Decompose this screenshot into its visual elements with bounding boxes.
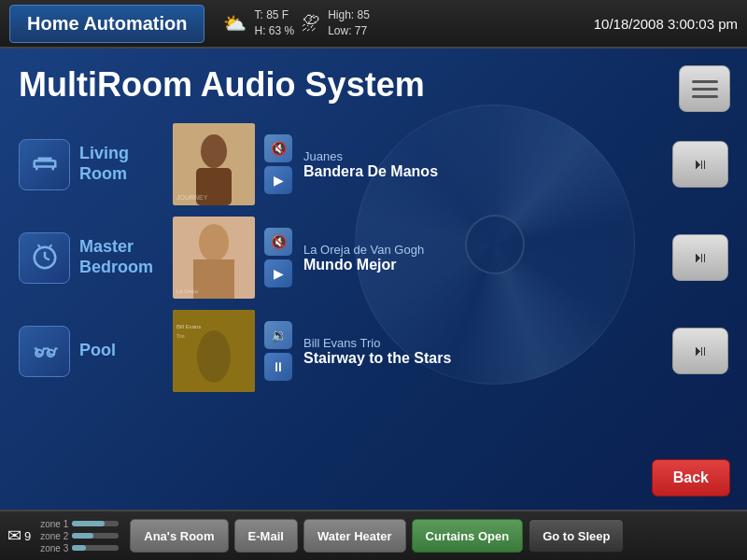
master-bedroom-track-info: La Oreja de Van Gogh Mundo Mejor [292, 243, 672, 273]
svg-line-6 [45, 258, 49, 260]
master-bedroom-controls: 🔇 ▶ [264, 228, 292, 287]
menu-button[interactable] [679, 65, 730, 112]
email-button[interactable]: E-Mail [234, 519, 298, 553]
zone-block: zone 1 zone 2 zone 3 [40, 519, 119, 553]
master-bedroom-mute-button[interactable]: 🔇 [264, 228, 292, 256]
master-bedroom-play-pause-button[interactable]: ⏯ [672, 234, 728, 281]
album-art-svg: JOURNEY [173, 123, 255, 205]
zone-3-row: zone 3 [40, 543, 119, 553]
mail-block: ✉ 9 [7, 525, 31, 546]
zone-2-row: zone 2 [40, 531, 119, 541]
weather-sun-icon: ⛅ [223, 12, 247, 35]
svg-text:JOURNEY: JOURNEY [176, 194, 208, 201]
svg-point-17 [197, 330, 231, 383]
weather-temp-humidity: T: 85 F H: 63 % [254, 7, 294, 39]
living-room-play-pause-button[interactable]: ⏯ [672, 141, 728, 188]
master-bedroom-play-button[interactable]: ▶ [264, 259, 292, 287]
svg-text:Trio: Trio [176, 333, 185, 339]
living-room-title: Bandera De Manos [303, 163, 661, 180]
pool-title: Stairway to the Stars [303, 350, 661, 367]
svg-rect-9 [193, 259, 234, 299]
zone-3-fill [72, 545, 86, 551]
living-room-play-button[interactable]: ▶ [264, 166, 292, 194]
living-room-mute-button[interactable]: 🔇 [264, 134, 292, 162]
menu-line-3 [692, 95, 718, 98]
zone-1-label: zone 1 [40, 519, 68, 529]
clock-icon [31, 244, 59, 272]
svg-point-12 [47, 350, 54, 357]
app-title: Home Automation [9, 5, 204, 43]
pool-mute-button[interactable]: 🔉 [264, 321, 292, 349]
master-bedroom-title: Mundo Mejor [303, 257, 661, 273]
weather-block: ⛅ T: 85 F H: 63 % ⛈ High: 85 Low: 77 [223, 7, 369, 39]
pool-album-art: Bill Evans Trio [173, 310, 255, 392]
pool-track-info: Bill Evans Trio Stairway to the Stars [292, 336, 672, 367]
curtains-open-button[interactable]: Curtains Open [412, 519, 524, 553]
weather-storm-icon: ⛈ [302, 13, 320, 35]
zone-1-bar [72, 521, 119, 526]
zone-2-fill [72, 533, 93, 539]
go-to-sleep-button[interactable]: Go to Sleep [529, 519, 624, 553]
living-room-track-info: Juanes Bandera De Manos [292, 149, 672, 180]
pool-artist: Bill Evans Trio [303, 336, 661, 350]
weather-humidity: H: 63 % [254, 23, 294, 39]
weather-low: Low: 77 [328, 23, 370, 39]
pool-label: Pool [70, 341, 173, 361]
anas-room-button[interactable]: Ana's Room [130, 519, 228, 553]
glasses-icon [31, 337, 59, 365]
album-art-svg-2: La Oreja [173, 217, 255, 299]
zone-3-bar [72, 545, 119, 551]
bottombar: ✉ 9 zone 1 zone 2 zone 3 Ana's Room E-Ma… [0, 510, 747, 560]
room-row-living-room: LivingRoom JOURNEY 🔇 ▶ Juanes Bandera De… [19, 123, 728, 205]
sofa-icon [31, 150, 59, 178]
svg-point-11 [35, 350, 43, 357]
weather-high: High: 85 [328, 7, 370, 23]
mail-icon: ✉ [7, 525, 21, 546]
room-row-pool: Pool Bill Evans Trio 🔉 ⏸ Bill Evans Trio… [19, 310, 728, 392]
menu-line-1 [692, 80, 718, 83]
weather-temp: T: 85 F [254, 7, 294, 23]
menu-line-2 [692, 88, 718, 91]
living-room-artist: Juanes [303, 149, 661, 163]
svg-point-1 [201, 134, 227, 168]
pool-pause-button[interactable]: ⏸ [264, 353, 292, 381]
svg-point-8 [199, 224, 229, 261]
master-bedroom-artist: La Oreja de Van Gogh [303, 243, 661, 257]
mail-count: 9 [24, 529, 31, 543]
page-title: MultiRoom Audio System [19, 65, 728, 105]
weather-highlow: High: 85 Low: 77 [328, 7, 370, 39]
pool-controls: 🔉 ⏸ [264, 321, 292, 381]
living-room-label: LivingRoom [70, 144, 173, 184]
water-heater-button[interactable]: Water Heater [303, 519, 406, 553]
master-bedroom-label: MasterBedroom [70, 237, 173, 277]
living-room-icon-button[interactable] [19, 139, 70, 190]
datetime: 10/18/2008 3:00:03 pm [594, 16, 738, 32]
main-content: MultiRoom Audio System LivingRoom JOURNE… [0, 49, 747, 510]
zone-1-fill [72, 521, 105, 526]
living-room-controls: 🔇 ▶ [264, 134, 292, 194]
living-room-album-art: JOURNEY [173, 123, 255, 205]
topbar: Home Automation ⛅ T: 85 F H: 63 % ⛈ High… [0, 0, 747, 49]
back-button[interactable]: Back [652, 459, 730, 497]
room-row-master-bedroom: MasterBedroom La Oreja 🔇 ▶ La Oreja de V… [19, 217, 728, 299]
zone-2-bar [72, 533, 119, 539]
master-bedroom-album-art: La Oreja [173, 217, 255, 299]
pool-play-pause-button[interactable]: ⏯ [672, 328, 728, 374]
svg-text:La Oreja: La Oreja [176, 288, 199, 294]
zone-3-label: zone 3 [40, 543, 68, 553]
pool-icon-button[interactable] [19, 326, 70, 377]
svg-text:Bill Evans: Bill Evans [176, 324, 201, 329]
zone-1-row: zone 1 [40, 519, 119, 529]
zone-2-label: zone 2 [40, 531, 68, 541]
album-art-svg-3: Bill Evans Trio [173, 310, 255, 392]
master-bedroom-icon-button[interactable] [19, 232, 70, 284]
